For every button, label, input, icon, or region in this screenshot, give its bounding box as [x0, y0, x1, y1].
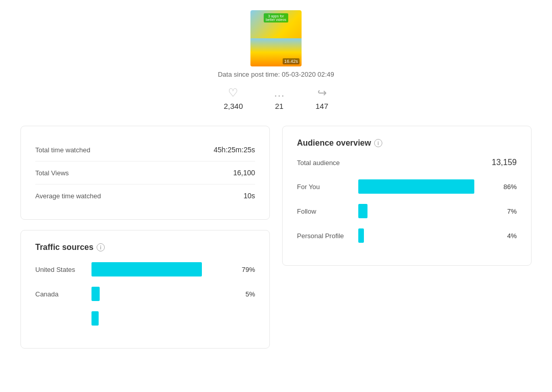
avg-time-label: Average time watched	[35, 192, 101, 200]
foryou-bar	[358, 179, 474, 194]
audience-total-row: Total audience 13,159	[297, 158, 517, 167]
likes-value: 2,340	[224, 102, 243, 110]
thumb-text: 3 apps for better videos	[264, 13, 288, 22]
profile-pct: 4%	[498, 232, 517, 240]
right-column: Audience overview i Total audience 13,15…	[282, 126, 532, 349]
us-label: United States	[35, 266, 86, 273]
profile-label: Personal Profile	[297, 232, 353, 240]
audience-info-icon[interactable]: i	[374, 139, 382, 147]
cards-section: Total time watched 45h:25m:25s Total Vie…	[20, 126, 532, 349]
video-section: 3 apps for better videos 16.42s Data sin…	[20, 10, 532, 110]
profile-bar	[358, 228, 364, 243]
audience-title: Audience overview i	[297, 139, 517, 148]
traffic-info-icon[interactable]: i	[97, 243, 105, 251]
traffic-bar-us: United States 79%	[35, 262, 255, 276]
foryou-label: For You	[297, 183, 353, 191]
foryou-pct: 86%	[498, 183, 517, 191]
total-time-value: 45h:25m:25s	[214, 146, 255, 154]
follow-label: Follow	[297, 207, 353, 215]
other-bar	[91, 311, 99, 326]
post-time: Data since post time: 05-03-2020 02:49	[218, 71, 334, 78]
ca-bar	[91, 287, 100, 301]
total-views-label: Total Views	[35, 169, 69, 177]
comment-icon: …	[273, 86, 285, 100]
total-time-watched-row: Total time watched 45h:25m:25s	[35, 139, 255, 162]
traffic-bar-ca: Canada 5%	[35, 287, 255, 301]
total-time-label: Total time watched	[35, 146, 90, 154]
avg-time-value: 10s	[243, 192, 255, 200]
metrics-card: Total time watched 45h:25m:25s Total Vie…	[20, 126, 270, 220]
traffic-title: Traffic sources i	[35, 243, 255, 252]
us-bar	[91, 262, 202, 276]
comments-value: 21	[275, 102, 284, 110]
video-thumbnail[interactable]: 3 apps for better videos 16.42s	[250, 10, 302, 66]
video-duration: 16.42s	[283, 58, 300, 64]
audience-foryou-row: For You 86%	[297, 179, 517, 194]
stats-row: ♡ 2,340 … 21 ↪ 147	[224, 86, 329, 110]
ca-label: Canada	[35, 290, 86, 298]
audience-follow-row: Follow 7%	[297, 204, 517, 218]
shares-stat: ↪ 147	[315, 86, 328, 110]
share-icon: ↪	[317, 86, 327, 100]
heart-icon: ♡	[228, 86, 238, 100]
audience-card: Audience overview i Total audience 13,15…	[282, 126, 532, 266]
audience-profile-row: Personal Profile 4%	[297, 228, 517, 243]
total-audience-value: 13,159	[492, 158, 517, 167]
traffic-bar-other	[35, 311, 255, 326]
follow-pct: 7%	[498, 207, 517, 215]
follow-bar	[358, 204, 367, 218]
total-views-row: Total Views 16,100	[35, 162, 255, 185]
comments-stat: … 21	[273, 86, 285, 110]
traffic-sources-card: Traffic sources i United States 79% Cana…	[20, 230, 270, 349]
left-column: Total time watched 45h:25m:25s Total Vie…	[20, 126, 270, 349]
total-audience-label: Total audience	[297, 159, 340, 167]
shares-value: 147	[315, 102, 328, 110]
us-pct: 79%	[237, 266, 255, 273]
avg-time-row: Average time watched 10s	[35, 185, 255, 207]
likes-stat: ♡ 2,340	[224, 86, 243, 110]
ca-pct: 5%	[237, 290, 255, 298]
total-views-value: 16,100	[233, 169, 255, 177]
